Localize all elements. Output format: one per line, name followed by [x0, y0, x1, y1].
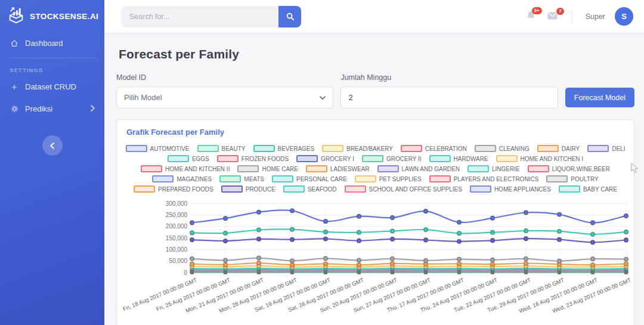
legend-item[interactable]: BEVERAGES: [253, 145, 315, 152]
legend-swatch-icon: [559, 185, 580, 193]
forecast-line-chart: 050,000100,000150,000200,000250,000300,0…: [117, 199, 634, 318]
legend-label: BEVERAGES: [278, 146, 315, 152]
sidebar-item-prediksi[interactable]: Prediksi: [0, 98, 104, 120]
messages-button[interactable]: 7: [546, 9, 559, 24]
legend-swatch-icon: [126, 145, 147, 152]
svg-text:0: 0: [184, 270, 187, 276]
legend-label: GROCERY II: [386, 156, 422, 162]
legend-swatch-icon: [429, 155, 451, 162]
forecast-form: Model ID Pilih Model Jumlah Minggu Forec…: [116, 73, 634, 109]
legend-item[interactable]: PLAYERS AND ELECTRONICS: [429, 175, 539, 182]
search-input[interactable]: [121, 6, 278, 27]
legend-item[interactable]: LADIESWEAR: [306, 165, 370, 172]
legend-item[interactable]: SCHOOL AND OFFICE SUPPLIES: [345, 185, 462, 193]
legend-swatch-icon: [219, 175, 241, 182]
legend-label: DELI: [612, 146, 625, 152]
legend-swatch-icon: [134, 185, 155, 193]
legend-label: DAIRY: [562, 146, 580, 152]
alerts-button[interactable]: 3+: [525, 8, 537, 25]
legend-label: MAGAZINES: [177, 176, 212, 182]
chevron-left-icon: [50, 143, 54, 149]
legend-label: SCHOOL AND OFFICE SUPPLIES: [369, 186, 462, 193]
legend-item[interactable]: BEAUTY: [197, 145, 246, 152]
legend-item[interactable]: LIQUOR,WINE,BEER: [528, 165, 610, 172]
legend-label: BABY CARE: [583, 186, 617, 193]
legend-label: PREPARED FOODS: [158, 186, 213, 193]
legend-item[interactable]: MEATS: [219, 175, 264, 182]
legend-item[interactable]: PRODUCE: [221, 185, 275, 193]
stocksense-logo-icon: [7, 6, 25, 26]
legend-swatch-icon: [587, 145, 609, 152]
brand-name: STOCKSENSE.AI: [30, 12, 98, 21]
legend-swatch-icon: [401, 145, 422, 152]
legend-label: CELEBRATION: [425, 146, 467, 152]
legend-item[interactable]: DAIRY: [537, 145, 580, 152]
legend-item[interactable]: HOME APPLIANCES: [470, 185, 551, 193]
legend-swatch-icon: [345, 185, 366, 193]
legend-swatch-icon: [272, 175, 293, 182]
weeks-input[interactable]: [340, 86, 558, 109]
legend-item[interactable]: PREPARED FOODS: [134, 185, 213, 193]
legend-swatch-icon: [217, 155, 239, 162]
user-name: Super: [586, 13, 605, 21]
search-button[interactable]: [278, 6, 301, 27]
legend-item[interactable]: LAWN AND GARDEN: [377, 165, 460, 172]
legend-label: LAWN AND GARDEN: [402, 166, 460, 172]
legend-label: PLAYERS AND ELECTRONICS: [454, 176, 539, 182]
legend-swatch-icon: [429, 175, 451, 182]
legend-item[interactable]: EGGS: [168, 155, 209, 162]
legend-item[interactable]: BABY CARE: [559, 185, 617, 193]
legend-label: FROZEN FOODS: [242, 156, 289, 162]
legend-item[interactable]: HOME AND KITCHEN II: [141, 165, 230, 172]
legend-item[interactable]: PERSONAL CARE: [272, 175, 347, 182]
app-root: STOCKSENSE.AI Dashboard SETTINGS + Datas…: [0, 0, 644, 325]
legend-item[interactable]: AUTOMOTIVE: [126, 145, 190, 152]
legend-item[interactable]: BREAD/BAKERY: [322, 145, 393, 152]
legend-label: AUTOMOTIVE: [150, 146, 190, 152]
legend-item[interactable]: HARDWARE: [429, 155, 488, 162]
avatar[interactable]: S: [615, 7, 633, 26]
legend-swatch-icon: [470, 185, 491, 193]
legend-swatch-icon: [141, 165, 162, 172]
legend-item[interactable]: SEAFOOD: [283, 185, 337, 193]
brand[interactable]: STOCKSENSE.AI: [0, 0, 104, 32]
legend-item[interactable]: DELI: [587, 145, 625, 152]
legend-item[interactable]: CELEBRATION: [401, 145, 467, 152]
svg-text:200,000: 200,000: [166, 223, 188, 230]
legend-item[interactable]: FROZEN FOODS: [217, 155, 289, 162]
model-select[interactable]: Pilih Model: [116, 86, 333, 109]
legend-item[interactable]: LINGERIE: [467, 165, 520, 172]
topbar-divider: [572, 9, 572, 24]
chevron-right-icon: [91, 104, 95, 113]
page-content: Forecast per Family Model ID Pilih Model…: [104, 33, 644, 325]
sidebar-nav: Dashboard SETTINGS + Dataset CRUD Predik…: [0, 32, 104, 156]
sidebar-item-dashboard[interactable]: Dashboard: [0, 32, 104, 54]
legend-swatch-icon: [152, 175, 174, 182]
sidebar-toggle-button[interactable]: [42, 135, 63, 156]
weeks-field: Jumlah Minggu: [340, 73, 558, 109]
legend-label: LIQUOR,WINE,BEER: [552, 166, 610, 172]
search-bar: [121, 6, 301, 27]
legend-item[interactable]: HOME CARE: [237, 165, 298, 172]
sidebar-item-label: Dashboard: [25, 39, 63, 48]
sidebar-item-dataset-crud[interactable]: + Dataset CRUD: [0, 76, 104, 98]
forecast-model-button[interactable]: Forecast Model: [565, 88, 634, 107]
legend-item[interactable]: POULTRY: [546, 175, 598, 182]
page-title: Forecast per Family: [119, 47, 634, 61]
legend-item[interactable]: CLEANING: [475, 145, 530, 152]
legend-label: PERSONAL CARE: [296, 176, 347, 182]
legend-label: BREAD/BAKERY: [346, 146, 393, 152]
legend-swatch-icon: [496, 155, 518, 162]
legend-swatch-icon: [537, 145, 559, 152]
legend-item[interactable]: HOME AND KITCHEN I: [496, 155, 584, 162]
legend-item[interactable]: MAGAZINES: [152, 175, 212, 182]
forecast-card: Grafik Forecast per Family AUTOMOTIVEBEA…: [116, 119, 634, 325]
chevron-down-icon: [320, 96, 326, 100]
legend-item[interactable]: PET SUPPLIES: [355, 175, 422, 182]
mouse-cursor: [631, 163, 639, 174]
gear-icon: [10, 105, 19, 113]
sidebar-item-label: Prediksi: [25, 104, 52, 113]
legend-item[interactable]: GROCERY II: [362, 155, 422, 162]
plus-icon: +: [10, 84, 19, 90]
legend-item[interactable]: GROCERY I: [296, 155, 354, 162]
